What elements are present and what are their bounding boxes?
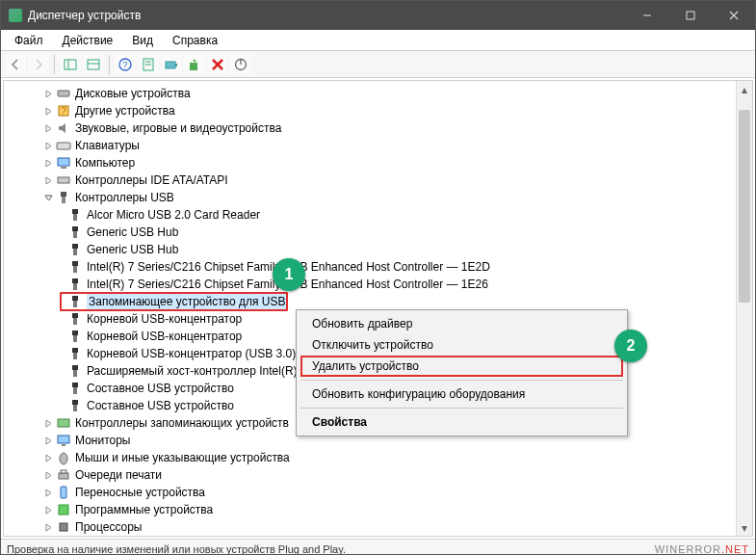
- tree-label: Контроллеры запоминающих устройств: [75, 414, 289, 432]
- scroll-down-button[interactable]: ▾: [737, 519, 752, 536]
- context-menu-uninstall[interactable]: Удалить устройство: [299, 356, 625, 377]
- watermark: WINERROR.NET: [655, 543, 749, 555]
- tree-node-computer[interactable]: Компьютер: [8, 154, 752, 172]
- tree-node-usb-storage-selected[interactable]: Запоминающее устройство для USB: [8, 293, 752, 310]
- usb-device-icon: [67, 277, 83, 292]
- tree-node-usb-child[interactable]: Intel(R) 7 Series/C216 Chipset Family US…: [8, 258, 752, 276]
- usb-controller-icon: [56, 190, 71, 205]
- update-driver-button[interactable]: [184, 54, 205, 75]
- tree-label: Другие устройства: [75, 102, 175, 119]
- vertical-scrollbar[interactable]: ▴ ▾: [736, 81, 752, 536]
- tree-node-usb-child[interactable]: Intel(R) 7 Series/C216 Chipset Family US…: [8, 276, 752, 293]
- svg-rect-54: [58, 436, 69, 443]
- chevron-right-icon[interactable]: [42, 88, 54, 99]
- window-title: Диспетчер устройств: [28, 9, 141, 22]
- forward-button[interactable]: [28, 54, 49, 75]
- tree-label: Generic USB Hub: [87, 241, 178, 258]
- tree-label: Составное USB устройство: [87, 397, 234, 414]
- maximize-button[interactable]: [668, 1, 712, 30]
- tree-label: Корневой USB-концентратор: [87, 328, 242, 345]
- tree-label: Alcor Micro USB 2.0 Card Reader: [87, 206, 260, 224]
- tree-node-print-queues[interactable]: Очереди печати: [8, 466, 752, 484]
- chevron-right-icon[interactable]: [42, 469, 54, 481]
- watermark-suffix: .NET: [721, 543, 749, 555]
- context-menu-scan-hw[interactable]: Обновить конфигурацию оборудования: [299, 383, 625, 405]
- mouse-icon: [56, 450, 71, 465]
- menubar: Файл Действие Вид Справка: [1, 30, 755, 51]
- context-menu-properties[interactable]: Свойства: [299, 411, 625, 433]
- tree-label: Мониторы: [75, 432, 130, 449]
- svg-rect-51: [72, 400, 78, 405]
- disable-button[interactable]: [230, 54, 251, 75]
- titlebar: Диспетчер устройств: [1, 1, 755, 30]
- tree-node-mice[interactable]: Мыши и иные указывающие устройства: [8, 449, 752, 466]
- context-menu-update-driver[interactable]: Обновить драйвер: [299, 313, 625, 334]
- tree-node-disk-drives[interactable]: Дисковые устройства: [8, 85, 752, 102]
- context-menu-separator: [300, 380, 623, 381]
- annotation-badge-2: 2: [614, 330, 647, 362]
- chevron-right-icon[interactable]: [42, 435, 54, 446]
- tree-node-other-devices[interactable]: ? Другие устройства: [8, 102, 752, 119]
- svg-rect-26: [58, 177, 69, 183]
- tree-node-portable[interactable]: Переносные устройства: [8, 484, 752, 501]
- help-button[interactable]: ?: [115, 54, 136, 75]
- chevron-right-icon[interactable]: [42, 504, 54, 515]
- tree-node-sound[interactable]: Звуковые, игровые и видеоустройства: [8, 119, 752, 137]
- properties-button[interactable]: [138, 54, 159, 75]
- tree-node-keyboards[interactable]: Клавиатуры: [8, 137, 752, 154]
- tree-node-processors[interactable]: Процессоры: [8, 518, 752, 536]
- scroll-thumb[interactable]: [739, 110, 750, 303]
- watermark-text: WINERROR: [655, 543, 721, 555]
- tree-node-usb-child[interactable]: Generic USB Hub: [8, 241, 752, 258]
- svg-rect-24: [58, 158, 69, 166]
- tree-label: Дисковые устройства: [75, 85, 191, 102]
- storage-controller-icon: [56, 415, 71, 431]
- context-menu: Обновить драйвер Отключить устройство Уд…: [296, 309, 628, 436]
- computer-icon: [56, 155, 71, 171]
- tree-node-software-devices[interactable]: Программные устройства: [8, 501, 752, 518]
- back-button[interactable]: [5, 54, 26, 75]
- svg-rect-35: [72, 261, 78, 266]
- svg-rect-29: [72, 209, 78, 214]
- tree-label: Программные устройства: [75, 501, 213, 518]
- chevron-right-icon[interactable]: [42, 174, 54, 186]
- show-hidden-button[interactable]: [83, 54, 104, 75]
- close-button[interactable]: [712, 1, 755, 30]
- chevron-down-icon[interactable]: [42, 192, 54, 203]
- chevron-right-icon[interactable]: [42, 122, 54, 134]
- svg-rect-59: [61, 487, 66, 498]
- chevron-right-icon[interactable]: [42, 487, 54, 498]
- minimize-button[interactable]: [625, 1, 668, 30]
- app-icon: [9, 9, 22, 22]
- uninstall-button[interactable]: [207, 54, 228, 75]
- tree-node-usb-child[interactable]: Alcor Micro USB 2.0 Card Reader: [8, 206, 752, 224]
- context-menu-separator: [300, 408, 623, 409]
- tree-label: Мыши и иные указывающие устройства: [75, 449, 290, 466]
- tree-node-ide-ata[interactable]: Контроллеры IDE ATA/ATAPI: [8, 172, 752, 189]
- scan-button[interactable]: [161, 54, 182, 75]
- chevron-right-icon[interactable]: [42, 140, 54, 151]
- scroll-up-button[interactable]: ▴: [737, 81, 752, 97]
- context-menu-disable[interactable]: Отключить устройство: [299, 334, 625, 356]
- usb-device-icon: [67, 225, 83, 240]
- svg-rect-28: [62, 197, 65, 203]
- svg-rect-41: [72, 313, 78, 318]
- tree-node-usb-controllers[interactable]: Контроллеры USB: [8, 189, 752, 206]
- chevron-right-icon[interactable]: [42, 417, 54, 429]
- svg-rect-45: [72, 348, 78, 353]
- menu-file[interactable]: Файл: [5, 32, 53, 49]
- menu-help[interactable]: Справка: [163, 32, 227, 49]
- menu-view[interactable]: Вид: [122, 32, 163, 49]
- chevron-right-icon[interactable]: [42, 452, 54, 463]
- show-all-button[interactable]: [60, 54, 81, 75]
- svg-rect-58: [61, 470, 66, 473]
- chevron-right-icon[interactable]: [42, 105, 54, 117]
- svg-rect-23: [57, 143, 70, 149]
- svg-rect-60: [59, 505, 68, 515]
- chevron-right-icon[interactable]: [42, 157, 54, 169]
- tree-label: Процессоры: [75, 518, 143, 536]
- tree-node-usb-child[interactable]: Generic USB Hub: [8, 224, 752, 241]
- menu-action[interactable]: Действие: [53, 32, 123, 49]
- svg-rect-39: [72, 296, 78, 301]
- chevron-right-icon[interactable]: [42, 521, 54, 533]
